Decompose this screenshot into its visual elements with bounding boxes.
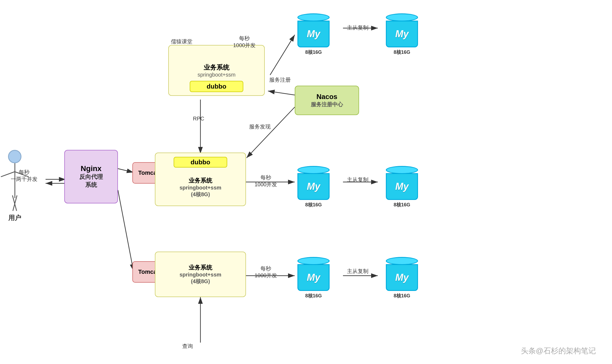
nacos-box: Nacos 服务注册中心 [295, 86, 359, 115]
user-head [8, 150, 21, 163]
rpc-label: RPC [193, 115, 204, 122]
diagram: 用户 每秒 一两千并发 Nginx 反向代理系统 Tomcat dubbo 业务… [0, 0, 612, 364]
biz-top-subtitle: springboot+ssm [197, 72, 236, 78]
svg-line-7 [268, 91, 295, 95]
mysql-top-slave: My 8核16G [386, 13, 418, 55]
svg-line-9 [270, 35, 295, 75]
mysql-bot-master: My 8核16G [297, 257, 330, 299]
svg-line-8 [247, 107, 295, 158]
svg-line-4 [118, 169, 133, 172]
biz-top-title: 业务系统 [204, 63, 229, 72]
dubbo-mid: dubbo [174, 157, 227, 168]
traffic-mid-label: 每秒 1000并发 [255, 174, 277, 188]
master-slave-bot-label: 主从复制 [347, 268, 368, 275]
traffic-top-label: 每秒 1000并发 [233, 35, 256, 49]
user-figure: 用户 [8, 150, 21, 222]
mysql-top-master-label: My [307, 28, 320, 40]
user-traffic-label: 每秒 一两千并发 [11, 169, 38, 183]
biz-mid-content: 业务系统 springboot+ssm (4核8G) [180, 177, 221, 198]
traffic-bot-label: 每秒 1000并发 [255, 265, 277, 279]
mysql-mid-master: My 8核16G [297, 166, 330, 208]
user-label: 用户 [8, 214, 21, 222]
mysql-top-master-spec: 8核16G [305, 49, 322, 55]
query-label: 查询 [182, 343, 193, 350]
mysql-top-master: My 8核16G [297, 13, 330, 55]
mysql-mid-slave: My 8核16G [386, 166, 418, 208]
nacos-title: Nacos [316, 93, 337, 101]
biz-top-header: 儒猿课堂 [171, 38, 192, 45]
biz-top-box: 儒猿课堂 业务系统 springboot+ssm dubbo [168, 45, 265, 96]
dubbo-top: dubbo [190, 81, 243, 92]
biz-mid-box: dubbo 业务系统 springboot+ssm (4核8G) [155, 153, 246, 206]
nginx-title: Nginx [81, 164, 102, 173]
master-slave-top-label: 主从复制 [347, 24, 368, 31]
master-slave-mid-label: 主从复制 [347, 176, 368, 183]
service-discover-label: 服务发现 [249, 123, 271, 130]
service-register-label: 服务注册 [269, 76, 291, 83]
svg-line-5 [118, 190, 133, 271]
mysql-bot-slave: My 8核16G [386, 257, 418, 299]
mysql-top-slave-spec: 8核16G [394, 49, 410, 55]
nginx-box: Nginx 反向代理系统 [64, 150, 118, 203]
nginx-subtitle: 反向代理系统 [79, 173, 103, 189]
nacos-subtitle: 服务注册中心 [311, 101, 343, 108]
watermark: 头条@石杉的架构笔记 [521, 346, 596, 356]
biz-bot-box: 业务系统 springboot+ssm (4核8G) [155, 252, 246, 297]
mysql-top-slave-label: My [395, 28, 409, 40]
